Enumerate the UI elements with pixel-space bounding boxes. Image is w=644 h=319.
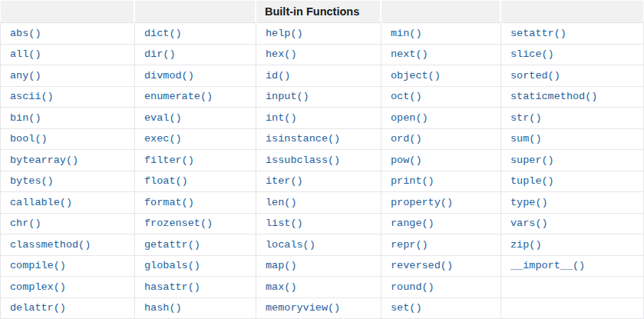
function-link[interactable]: float() xyxy=(144,175,188,187)
function-link[interactable]: range() xyxy=(391,218,434,229)
function-cell: next() xyxy=(381,45,501,66)
function-link[interactable]: print() xyxy=(391,175,434,187)
function-link[interactable]: eval() xyxy=(144,112,182,124)
function-link[interactable]: super() xyxy=(510,155,554,166)
function-cell: round() xyxy=(381,277,501,298)
function-link[interactable]: staticmethod() xyxy=(510,91,597,102)
function-link[interactable]: repr() xyxy=(391,239,428,251)
function-cell: chr() xyxy=(0,214,135,235)
table-row: bin()eval()int()open()str() xyxy=(0,108,644,129)
function-link[interactable]: input() xyxy=(266,91,309,102)
function-link[interactable]: abs() xyxy=(10,28,41,39)
function-link[interactable]: hex() xyxy=(266,48,297,60)
function-link[interactable]: id() xyxy=(266,70,290,81)
table-row: all()dir()hex()next()slice() xyxy=(0,45,644,66)
function-link[interactable]: dir() xyxy=(144,48,176,60)
function-cell: __import__() xyxy=(501,256,644,277)
function-link[interactable]: round() xyxy=(391,281,434,293)
function-link[interactable]: reversed() xyxy=(391,260,453,271)
function-cell: isinstance() xyxy=(256,129,381,151)
function-cell: open() xyxy=(381,108,501,129)
function-cell: repr() xyxy=(381,234,501,256)
function-link[interactable]: type() xyxy=(510,197,548,208)
function-link[interactable]: oct() xyxy=(391,91,422,102)
function-cell: map() xyxy=(256,256,381,277)
function-link[interactable]: filter() xyxy=(144,155,194,166)
table-row: bool()exec()isinstance()ord()sum() xyxy=(0,129,644,151)
function-link[interactable]: any() xyxy=(10,70,41,81)
function-cell: classmethod() xyxy=(0,234,135,256)
function-link[interactable]: ascii() xyxy=(10,91,54,102)
function-link[interactable]: object() xyxy=(391,70,441,81)
function-link[interactable]: map() xyxy=(266,260,297,271)
function-cell: globals() xyxy=(135,256,256,277)
function-link[interactable]: divmod() xyxy=(144,70,194,81)
function-link[interactable]: min() xyxy=(391,28,422,39)
function-link[interactable]: frozenset() xyxy=(144,218,213,229)
function-link[interactable]: bin() xyxy=(10,112,41,124)
function-link[interactable]: help() xyxy=(266,28,303,39)
function-link[interactable]: setattr() xyxy=(510,28,566,39)
function-link[interactable]: issubclass() xyxy=(266,155,340,166)
function-link[interactable]: str() xyxy=(510,112,542,124)
function-link[interactable]: bool() xyxy=(10,133,48,145)
function-link[interactable]: isinstance() xyxy=(266,133,340,145)
function-link[interactable]: compile() xyxy=(10,260,66,271)
function-cell: hex() xyxy=(256,45,381,66)
function-link[interactable]: enumerate() xyxy=(144,91,213,102)
function-link[interactable]: zip() xyxy=(510,239,542,251)
function-link[interactable]: memoryview() xyxy=(266,302,340,314)
function-cell: bytes() xyxy=(0,171,135,193)
function-link[interactable]: set() xyxy=(391,302,422,314)
function-link[interactable]: tuple() xyxy=(510,175,554,187)
table-row: callable()format()len()property()type() xyxy=(0,192,644,214)
function-link[interactable]: dict() xyxy=(144,28,182,39)
function-link[interactable]: classmethod() xyxy=(10,239,91,251)
function-link[interactable]: delattr() xyxy=(10,302,66,314)
function-link[interactable]: __import__() xyxy=(510,260,585,271)
function-link[interactable]: bytes() xyxy=(10,175,54,187)
function-cell: bool() xyxy=(0,129,135,151)
function-cell: eval() xyxy=(135,108,256,129)
function-cell: range() xyxy=(381,214,501,235)
function-link[interactable]: sum() xyxy=(510,133,542,145)
table-row: bytes()float()iter()print()tuple() xyxy=(0,171,644,193)
function-link[interactable]: next() xyxy=(391,48,428,60)
function-link[interactable]: bytearray() xyxy=(10,155,78,166)
function-link[interactable]: format() xyxy=(144,197,194,208)
function-cell: list() xyxy=(256,214,381,235)
function-link[interactable]: property() xyxy=(391,197,453,208)
function-cell: delattr() xyxy=(0,298,135,319)
table-body: abs()dict()help()min()setattr()all()dir(… xyxy=(0,23,644,319)
function-link[interactable]: getattr() xyxy=(144,239,200,251)
function-link[interactable]: len() xyxy=(266,197,297,208)
function-link[interactable]: sorted() xyxy=(510,70,560,81)
function-cell: str() xyxy=(501,108,644,129)
function-link[interactable]: slice() xyxy=(510,48,554,60)
function-link[interactable]: globals() xyxy=(144,260,200,271)
function-cell: compile() xyxy=(0,256,135,277)
function-cell: reversed() xyxy=(381,256,501,277)
function-link[interactable]: callable() xyxy=(10,197,72,208)
table-row: abs()dict()help()min()setattr() xyxy=(0,23,644,45)
function-link[interactable]: ord() xyxy=(391,133,422,145)
function-link[interactable]: all() xyxy=(10,48,41,60)
function-cell: ascii() xyxy=(0,87,135,108)
function-cell: frozenset() xyxy=(135,214,256,235)
function-link[interactable]: exec() xyxy=(144,133,182,145)
function-link[interactable]: hash() xyxy=(144,302,182,314)
function-link[interactable]: max() xyxy=(266,281,297,293)
function-link[interactable]: int() xyxy=(266,112,297,124)
function-link[interactable]: iter() xyxy=(266,175,303,187)
function-link[interactable]: open() xyxy=(391,112,428,124)
function-cell: staticmethod() xyxy=(501,87,644,108)
function-link[interactable]: list() xyxy=(266,218,303,229)
function-cell: min() xyxy=(381,23,501,45)
function-link[interactable]: chr() xyxy=(10,218,41,229)
function-link[interactable]: pow() xyxy=(391,155,422,166)
function-link[interactable]: hasattr() xyxy=(144,281,200,293)
function-cell: input() xyxy=(256,87,381,108)
function-link[interactable]: vars() xyxy=(510,218,548,229)
function-link[interactable]: complex() xyxy=(10,281,66,293)
function-link[interactable]: locals() xyxy=(266,239,315,251)
